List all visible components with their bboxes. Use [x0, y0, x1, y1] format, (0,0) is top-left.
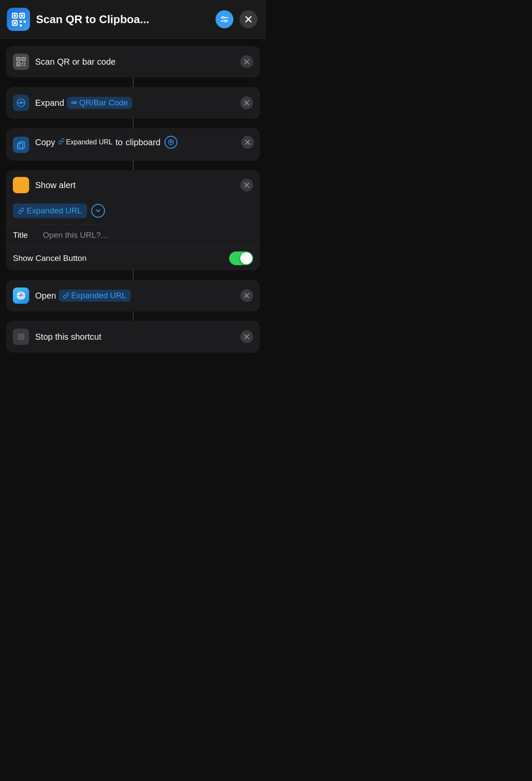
expand-variable-chip[interactable]: QR/Bar Code [67, 97, 132, 109]
svg-rect-55 [18, 334, 24, 340]
show-cancel-toggle[interactable] [229, 251, 253, 265]
stop-icon [13, 329, 29, 345]
app-header: Scan QR to Clipboa... [0, 0, 266, 39]
copy-expand-button[interactable] [164, 136, 177, 149]
open-expanded-url-chip[interactable]: Expanded URL [59, 290, 131, 302]
open-label: Open Expanded URL [35, 290, 234, 302]
scan-qr-remove-button[interactable] [240, 55, 253, 68]
svg-rect-32 [75, 102, 75, 102]
svg-rect-24 [24, 65, 25, 66]
svg-rect-23 [24, 63, 25, 64]
copy-clipboard-label: clipboard [126, 138, 160, 147]
svg-rect-16 [18, 59, 19, 60]
step-expand: Expand QR/Bar Code [6, 87, 260, 119]
alert-variable-chip[interactable]: Expanded URL [13, 203, 87, 218]
connector-2 [133, 119, 134, 128]
step-copy: Copy Expanded URL to clipboard [6, 128, 260, 161]
filter-button[interactable] [215, 10, 233, 28]
scan-qr-label: Scan QR or bar code [35, 57, 234, 67]
svg-rect-6 [20, 21, 22, 23]
copy-action-label: Copy [35, 138, 55, 147]
app-icon [7, 8, 30, 31]
copy-to-label: to [116, 138, 123, 147]
show-cancel-row: Show Cancel Button [6, 246, 260, 270]
svg-rect-35 [76, 103, 76, 104]
shortcut-steps: Scan QR or bar code Expand [0, 39, 266, 359]
close-button[interactable] [239, 10, 257, 28]
svg-rect-20 [18, 64, 19, 65]
title-field-value[interactable]: Open this URL?... [43, 230, 253, 240]
expanded-url-chip-copy[interactable]: Expanded URL [58, 138, 113, 146]
svg-rect-44 [17, 182, 25, 188]
show-alert-label: Show alert [35, 180, 234, 190]
open-safari-icon [13, 287, 29, 304]
step-show-alert: Show alert Expanded URL [6, 170, 260, 270]
svg-point-11 [222, 17, 224, 19]
show-alert-icon [13, 177, 29, 193]
svg-rect-34 [74, 103, 75, 104]
connector-4 [133, 270, 134, 280]
svg-rect-22 [22, 65, 23, 66]
title-field-label: Title [13, 230, 39, 240]
svg-rect-7 [20, 24, 22, 27]
connector-5 [133, 311, 134, 321]
step-scan-qr: Scan QR or bar code [6, 46, 260, 78]
alert-title-row: Title Open this URL?... [6, 224, 260, 246]
svg-rect-5 [14, 22, 16, 24]
svg-rect-21 [22, 63, 23, 64]
svg-rect-33 [73, 103, 73, 104]
connector-3 [133, 161, 134, 170]
svg-rect-3 [21, 15, 23, 17]
scan-qr-icon [13, 54, 29, 70]
show-cancel-label: Show Cancel Button [13, 254, 229, 263]
expand-label: Expand QR/Bar Code [35, 97, 234, 109]
step-open: Open Expanded URL [6, 280, 260, 311]
svg-point-12 [225, 20, 227, 22]
svg-rect-8 [24, 21, 26, 23]
open-remove-button[interactable] [240, 289, 253, 302]
header-title: Scan QR to Clipboa... [36, 13, 209, 26]
alert-collapse-button[interactable] [91, 204, 105, 218]
copy-remove-button[interactable] [241, 136, 254, 149]
show-alert-remove-button[interactable] [240, 179, 253, 192]
svg-rect-30 [72, 102, 73, 102]
copy-icon [13, 137, 29, 153]
svg-rect-1 [14, 15, 16, 17]
toggle-knob [240, 252, 252, 264]
expand-icon [13, 95, 29, 111]
svg-rect-18 [23, 59, 24, 60]
expand-remove-button[interactable] [240, 96, 253, 109]
step-stop: Stop this shortcut [6, 321, 260, 353]
connector-1 [133, 78, 134, 87]
stop-remove-button[interactable] [240, 330, 253, 343]
stop-label: Stop this shortcut [35, 332, 234, 342]
